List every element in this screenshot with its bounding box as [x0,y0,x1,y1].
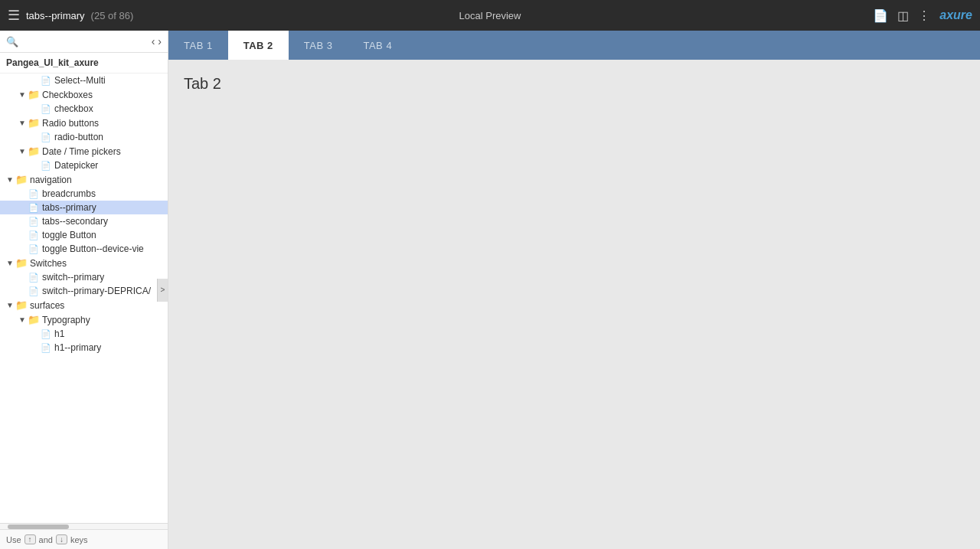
tree-item-label: h1 [54,328,64,339]
tree-item-label: Checkboxes [42,90,93,100]
tree-item[interactable]: 📄toggle Button [0,228,168,242]
tree-item[interactable]: 📄h1--primary [0,341,168,355]
sidebar-scroll-thumb[interactable] [8,524,69,529]
tree-toggle-icon[interactable]: ▼ [5,259,15,267]
page-icon: 📄 [28,244,39,254]
canvas: Tab 2 [168,60,980,549]
up-key-badge: ↑ [24,534,36,544]
page-icon: 📄 [41,104,51,114]
tree-item-label: toggle Button [42,230,96,240]
tree-item-icon: 📁 [15,174,28,185]
page-icon: 📄 [41,329,51,339]
folder-blue-icon: 📁 [28,145,40,157]
page-icon: 📄 [41,132,51,142]
tree-item[interactable]: 📄toggle Button--device-vie [0,242,168,256]
tree-item[interactable]: ▼📁navigation [0,172,168,187]
down-key-badge: ↓ [56,534,67,544]
footer-use-label: Use [6,535,21,544]
footer-keys-label: keys [70,535,88,544]
folder-blue-icon: 📁 [28,117,40,129]
tree-item[interactable]: ▼📁surfaces [0,298,168,312]
nav-next-arrow[interactable]: › [158,35,162,47]
tree-item-icon: 📄 [40,329,52,339]
tree-item[interactable]: 📄tabs--secondary [0,214,168,228]
sidebar-footer: Use ↑ and ↓ keys [0,529,168,549]
tree-item-icon: 📁 [28,117,40,129]
tree-item[interactable]: 📄Select--Multi [0,74,168,87]
tree-toggle-icon[interactable]: ▼ [17,119,28,127]
hamburger-menu-icon[interactable]: ☰ [8,7,20,24]
tree-item-label: breadcrumbs [42,188,96,199]
tree-item-label: Date / Time pickers [42,146,121,157]
document-icon[interactable]: 📄 [873,8,888,23]
tree-item-icon: 📁 [28,145,40,157]
sidebar-tree: 📄Select--Multi▼📁Checkboxes📄checkbox▼📁Rad… [0,74,168,523]
content-area: TAB 1TAB 2TAB 3TAB 4 Tab 2 [168,31,980,549]
search-icon: 🔍 [6,36,18,47]
tab-bar: TAB 1TAB 2TAB 3TAB 4 [168,31,980,60]
tab-item-tab-2[interactable]: TAB 2 [228,31,289,60]
tab-item-tab-1[interactable]: TAB 1 [168,31,228,60]
tab-item-tab-3[interactable]: TAB 3 [289,31,348,60]
tree-item-label: surfaces [30,300,64,311]
topbar-subtitle: (25 of 86) [91,10,134,21]
page-icon: 📄 [28,203,39,213]
tree-item[interactable]: 📄h1 [0,327,168,341]
sidebar: 🔍 ‹ › Pangea_UI_kit_axure 📄Select--Multi… [0,31,168,549]
page-icon: 📄 [41,76,51,86]
tree-item[interactable]: ▼📁Checkboxes [0,87,168,102]
tree-item-label: Select--Multi [54,75,106,86]
tree-item-label: tabs--secondary [42,216,108,227]
tree-toggle-icon[interactable]: ▼ [5,175,15,184]
tree-item-label: Datepicker [54,160,98,171]
tree-item[interactable]: ▼📁Date / Time pickers [0,144,168,158]
sidebar-horizontal-scrollbar[interactable] [0,523,168,529]
sidebar-search-bar: 🔍 ‹ › [0,31,168,53]
tree-item[interactable]: 📄checkbox [0,102,168,116]
sidebar-title: Pangea_UI_kit_axure [0,53,168,74]
search-input[interactable] [23,36,147,47]
tree-toggle-icon[interactable]: ▼ [17,315,28,324]
tree-item[interactable]: ▼📁Radio buttons [0,116,168,130]
tree-item-icon: 📄 [40,343,52,353]
tree-item[interactable]: 📄breadcrumbs [0,187,168,201]
nav-prev-arrow[interactable]: ‹ [152,35,155,47]
main-layout: 🔍 ‹ › Pangea_UI_kit_axure 📄Select--Multi… [0,31,980,549]
tree-item-icon: 📄 [28,189,40,199]
page-icon: 📄 [28,230,39,240]
tree-item-icon: 📄 [28,230,40,240]
tree-item-icon: 📄 [28,286,40,296]
tree-item-icon: 📁 [15,257,28,269]
tree-toggle-icon[interactable]: ▼ [17,90,28,99]
tree-item[interactable]: 📄radio-button [0,130,168,144]
tab-item-tab-4[interactable]: TAB 4 [348,31,407,60]
tree-item[interactable]: ▼📁Switches [0,256,168,270]
folder-blue-icon: 📁 [28,314,40,325]
preview-icon[interactable]: ◫ [897,8,909,23]
tree-item-icon: 📁 [28,314,40,325]
tree-item-label: navigation [30,175,72,185]
tree-item-icon: 📁 [28,89,40,100]
sidebar-nav-arrows: ‹ › [152,35,162,47]
page-icon: 📄 [28,286,39,296]
tree-item[interactable]: 📄switch--primary [0,270,168,284]
tree-item[interactable]: 📄switch--primary-DEPRICA/ [0,284,168,298]
tree-item[interactable]: 📄tabs--primary [0,201,168,214]
topbar: ☰ tabs--primary (25 of 86) Local Preview… [0,0,980,31]
more-options-icon[interactable]: ⋮ [918,8,930,23]
tree-item[interactable]: ▼📁Typography [0,312,168,327]
sidebar-expand-arrow[interactable]: > [157,279,168,302]
tree-toggle-icon[interactable]: ▼ [5,301,15,309]
tree-item-label: Switches [30,258,67,269]
tree-toggle-icon[interactable]: ▼ [17,147,28,155]
page-icon: 📄 [28,273,39,283]
tree-item-label: Typography [42,315,90,325]
folder-orange-icon: 📁 [15,257,28,269]
page-icon: 📄 [41,343,51,353]
page-icon: 📄 [28,217,39,227]
tree-item-icon: 📄 [28,217,40,227]
topbar-title: tabs--primary [26,10,85,21]
page-icon: 📄 [28,189,39,199]
canvas-content-label: Tab 2 [184,75,965,93]
tree-item[interactable]: 📄Datepicker [0,158,168,172]
